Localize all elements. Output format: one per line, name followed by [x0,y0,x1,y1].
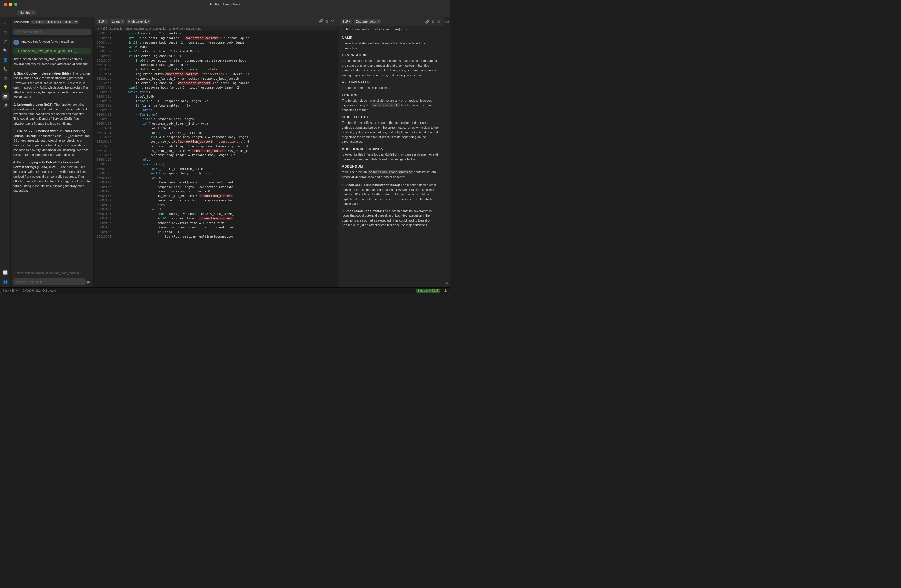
table-row: 000102a4 connection->socket_descriptor [94,131,338,135]
rt-icon-layers[interactable]: ⚙ [445,280,450,285]
doc-section-additional: ADDITIONAL FINDINGS [342,147,440,151]
sidebar-icon-debug[interactable]: 🐛 [2,65,9,73]
vuln-text-4: The function uses log_error_write for lo… [14,165,90,193]
vuln-title-2: Unbounded Loop (fe26): [17,103,53,106]
table-row: 00010d87 int64_t connection_state = conn… [94,58,338,63]
assistant-header: Assistant Reverse Engineering a Connec..… [11,17,94,27]
table-row: 00010dbe is_error_log_enabled = connecti… [94,81,338,86]
hlil-chevron-icon: ▾ [148,19,150,23]
code-link-icon[interactable]: 🔗 [318,19,324,24]
current-location: Current location: 0xfdc0 (connection_sta… [11,270,94,276]
close-button[interactable] [4,3,7,6]
table-row: 00010dbb response_body_length_2 = connec… [94,76,338,81]
table-row: 000102db response_body_length = response… [94,153,338,158]
doc-section-return: RETURN VALUE [342,80,440,84]
code-grid-icon[interactable]: ⊞ [325,19,329,24]
table-row: 0000fe0b while (true) [94,90,338,95]
vulnerability-3: 3. Use of SSL Functions without Error Ch… [14,129,90,157]
table-row: 0000fe0b label_fe0b: [94,95,338,99]
doc-vuln-title-1: Stack Cookie Implementation (fdde): [345,183,400,187]
table-row: 0000fe2c int32_t next_connection_state [94,167,338,171]
rt-icon-top[interactable]: {x} [445,19,450,24]
function-badge-label: connection_state_machine @ fdc0 (HLIL) [21,49,76,53]
title-bar: lighttpd - Binary Ninja [0,0,450,8]
sidebar-icon-people[interactable]: 👥 [2,278,9,285]
sidebar-icon-chat[interactable]: 💬 [2,93,9,100]
hlil-label: High Level IL [128,20,147,23]
table-row: 000102c9 log_error_write(connection_cont… [94,140,338,144]
table-row: 0000fdc0 struct connection* connection) [94,31,338,36]
doc-vuln-1: 1. Stack Cookie Implementation (fdde): T… [342,182,440,206]
sidebar-icon-table[interactable]: ▦ [2,74,9,82]
assistant-title: Assistant [14,20,29,24]
conversation-dropdown[interactable]: Reverse Engineering a Connec... ▾ [31,20,79,24]
linear-chevron-icon: ▾ [122,19,123,23]
add-conversation-button[interactable]: + [81,19,84,25]
code-close-icon[interactable]: ✕ [330,19,335,24]
doc-copy-icon[interactable]: ⧉ [431,19,435,24]
hlil-dropdown[interactable]: High Level IL ▾ [127,19,151,24]
vuln-title-1: Stack Cookie Implementation (fdde): [17,72,72,75]
search-input[interactable] [14,29,90,35]
breadcrumb-text: int64_t connection_state_machine(struct … [101,27,201,30]
sidebar-icon-light[interactable]: 💡 [2,83,9,91]
doc-section-errors: ERRORS [342,93,440,97]
doc-elf-dropdown[interactable]: ELF ▾ [341,19,352,24]
vuln-text-1: The function uses a stack cookie for sta… [14,72,90,99]
vuln-number-4: 4. [14,160,17,164]
doc-content[interactable]: NAME connection_state_machine - Handle t… [338,33,444,288]
back-button[interactable]: ← [3,10,9,16]
table-row: 0000ff7e connection->request_count = 0 [94,189,338,194]
sidebar-icon-home[interactable]: ⌂ [2,19,9,26]
table-row: 0000fdfe uint64_t response_body_length_3… [94,86,338,90]
chat-input[interactable] [14,278,86,285]
table-row: 0000ff28 bool cond:1_1 = connection->is_… [94,212,338,216]
sidebar-icon-blocks[interactable]: ⬜ [2,269,9,276]
doc-section-side-effects: SIDE EFFECTS [342,115,440,119]
lock-icon: 🔒 [444,289,447,292]
more-options-button[interactable]: ⋯ [86,19,90,25]
linear-dropdown[interactable]: Linear ▾ [110,19,125,24]
minimize-button[interactable] [9,3,12,6]
doc-vuln-2: 2. Unbounded Loop (fe26): The function c… [342,208,440,227]
new-tab-button[interactable]: + [37,10,42,16]
right-toolbar: {x} ⚙ [444,17,450,288]
sidebar-icon-search[interactable]: 🔍 [2,47,9,54]
elf-label: ELF [98,20,104,23]
table-row: 0000ff86 is_error_log_enabled = connecti… [94,194,338,198]
table-row: 0000ff8d response_body_length_3 = zx.q(r… [94,198,338,203]
doc-trash-icon[interactable]: 🗑 [436,19,441,24]
function-badge[interactable]: ⚙ connection_state_machine @ fdc0 (HLIL) [14,48,90,54]
vulnerability-4: 4. Error Logging with Potentially Uncont… [14,160,90,193]
elf-dropdown[interactable]: ELF ▾ [97,19,108,24]
send-button[interactable]: ▶ [87,279,90,284]
sidekick-badge[interactable]: Sidekick 0.4.115 [416,289,440,292]
doc-vuln-num-2: 2. [342,209,345,213]
documentation-dropdown[interactable]: Documentation ▾ [354,19,381,24]
tab-lighttpd[interactable]: lighttpd [17,10,36,15]
table-row: 0000ff28 case 1 [94,207,338,212]
sidebar-icon-magnify[interactable]: 🔎 [2,102,9,109]
maximize-button[interactable] [14,3,17,6]
doc-function-signature: int64_t connection_state_machine(struc [341,28,410,31]
vuln-number-2: 2. [14,103,17,106]
doc-chevron-icon: ▾ [378,20,380,23]
chat-area: 👤 Analyze this function for vulnerabilit… [11,37,94,270]
doc-side-effects-content: The function modifies the state of the c… [342,120,440,144]
doc-additional-content: It looks like this infinite loop at 0xfe… [342,152,440,162]
table-row: 0000fe2c switch (response_body_length_3.… [94,171,338,176]
status-arch: linux-x86_64 [3,289,20,292]
table-row: 000102d1 is_error_log_enabled = connecti… [94,149,338,153]
code-view[interactable]: 0000fdc0 struct connection* connection) … [94,31,338,288]
assistant-response: The function connection_state_machine co… [14,57,90,196]
doc-link-icon[interactable]: 🔗 [424,19,430,24]
sidebar-icon-tag[interactable]: 🏷 [2,37,9,45]
table-row: 0000ff7c response_body_length = connecti… [94,185,338,190]
sidebar-icon-binary[interactable]: ⬡ [2,28,9,36]
doc-elf-chevron: ▾ [349,20,351,23]
traffic-lights [4,3,17,6]
forward-button[interactable]: → [10,10,16,16]
sidebar-icon-person[interactable]: 👤 [2,56,9,63]
table-row: 0000fddb int32_t response_body_length_2 … [94,40,338,45]
vuln-number-1: 1. [14,72,17,75]
